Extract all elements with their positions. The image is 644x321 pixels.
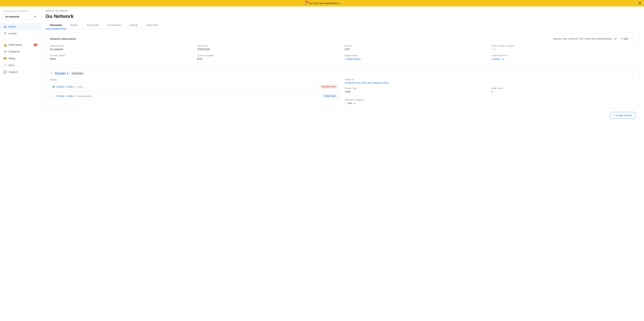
node-name-0[interactable]: Cluster 1-node-1 <box>56 85 75 88</box>
sidebar-item-docs-label: Docs <box>8 64 14 67</box>
billing-icon: 💳 <box>4 57 7 60</box>
node-sub-0: (#24) <box>78 85 83 88</box>
sidebar-item-invitations[interactable]: ✉ Invitations <box>0 48 41 55</box>
sidebar-section-label: Blockchain Network <box>0 10 41 13</box>
geth-rpc-edit-icon[interactable]: ✏ <box>354 102 355 105</box>
node-count-label: Node Count <box>492 87 635 90</box>
sidebar-item-docs[interactable]: 📄 Docs <box>0 62 41 69</box>
cluster-more-button[interactable]: ⋮ <box>632 71 635 75</box>
field-value-2: 1337 <box>344 48 488 51</box>
notification-banner-text: You have new notifications <box>308 2 338 5</box>
network-info-field-4: Currency Name Ether <box>50 54 194 60</box>
field-value-1: 276313420 <box>197 48 341 51</box>
svg-point-0 <box>5 26 6 26</box>
field-label-5: Currency Symbol <box>197 54 341 57</box>
network-info-field-7: Latest Hard Fork London - 0 <box>492 54 635 60</box>
network-info-field-3: Num of Nodes / Cluster 2 / 1 <box>492 45 635 51</box>
sidebar-item-support[interactable]: 💬 Support <box>0 69 41 75</box>
sidebar-divider <box>0 39 41 39</box>
network-info-card-title: Network Information <box>50 37 76 40</box>
notifications-icon: 🔔 <box>4 43 7 46</box>
edit-icon: ✏ <box>621 37 623 40</box>
docs-icon: 📄 <box>4 64 7 67</box>
sidebar-item-billing-label: Billing <box>8 57 15 60</box>
network-info-card-header: Network Information Network Uuid: ce3001… <box>50 36 635 41</box>
network-dropdown-label: Gu Network <box>5 15 19 18</box>
node-count-field: Node Count 2 <box>492 87 635 96</box>
edit-button[interactable]: ✏ Edit <box>619 36 630 41</box>
node-tag-1: Relay Node <box>322 94 338 98</box>
field-label-4: Currency Name <box>50 54 194 57</box>
network-uuid: Network Uuid: ce300107-7a17-465d-9a30-0d… <box>553 37 612 40</box>
notification-banner-content: 🔔 13 You have new notifications ▾ <box>304 2 340 5</box>
uuid-value: ce300107-7a17-465d-9a30-0d6a7d0f0a53 <box>568 37 612 40</box>
sidebar-item-nodes[interactable]: Nodes <box>0 23 41 30</box>
field-label-2: Chain Id <box>344 45 488 47</box>
sidebar-item-nodes-label: Nodes <box>8 25 16 28</box>
cluster-my-cluster-badge: My Cluster <box>71 72 84 75</box>
field-value-6[interactable]: 1 Organization <box>344 57 488 60</box>
network-info-field-6: Organizations 1 Organization <box>344 54 488 60</box>
cluster-nodes-label: Nodes <box>50 78 340 81</box>
sidebar-item-access[interactable]: Access <box>0 30 41 37</box>
tab-overview[interactable]: Overview <box>46 21 66 29</box>
svg-point-2 <box>6 27 7 28</box>
svg-point-1 <box>4 27 5 28</box>
field-value-5: ETH <box>197 57 341 60</box>
tab-debug[interactable]: Debug <box>125 21 142 29</box>
link-icon[interactable]: 🔗 <box>614 37 617 40</box>
tab-proposals[interactable]: Proposals <box>82 21 103 29</box>
close-banner-button[interactable]: ✕ <box>638 1 641 5</box>
network-dropdown[interactable]: Gu Network ▾ <box>3 13 38 20</box>
edit-button-label: Edit <box>624 37 628 40</box>
create-cluster-button[interactable]: + Create Cluster <box>610 112 636 119</box>
network-info-field-2: Chain Id 1337 <box>344 45 488 51</box>
cluster-status-dot <box>50 72 52 75</box>
bell-icon-wrapper: 🔔 13 <box>304 2 307 5</box>
node-tag-0: Validator Node <box>320 85 338 89</box>
node-name-1[interactable]: Cluster 1-node-2 <box>56 95 75 97</box>
sidebar-item-notifications[interactable]: 🔔 Notifications 13 <box>0 41 41 48</box>
cluster-nodes-section: Nodes Cluster 1-node-1 (#24) Validator N… <box>50 78 340 105</box>
cluster-body: Nodes Cluster 1-node-1 (#24) Validator N… <box>50 78 635 105</box>
sidebar-item-access-label: Access <box>8 32 17 35</box>
network-info-more-button[interactable]: ⋮ <box>632 37 635 41</box>
network-info-header-right: Network Uuid: ce300107-7a17-465d-9a30-0d… <box>553 36 635 41</box>
main-layout: Blockchain Network Gu Network ▾ Nodes Ac… <box>0 6 644 321</box>
breadcrumb: Network: Gu Network <box>41 6 644 13</box>
network-info-grid: Network Name Gu Network Network Id 27631… <box>50 45 635 60</box>
field-value-7[interactable]: London - 0 <box>492 57 635 60</box>
field-value-4: Ether <box>50 57 194 60</box>
sidebar-item-invitations-label: Invitations <box>8 50 20 53</box>
cluster-id-label: Cluster Id <box>345 78 635 81</box>
svg-point-5 <box>5 32 6 33</box>
network-info-field-5: Currency Symbol ETH <box>197 54 341 60</box>
tab-consortium[interactable]: Consortium <box>103 21 126 29</box>
svg-line-3 <box>4 26 5 27</box>
page-title: Gu Network <box>41 13 644 19</box>
chevron-down-icon[interactable]: ▾ <box>339 2 340 4</box>
geth-rpc-value: N/A <box>348 102 352 105</box>
tab-hardfork[interactable]: Hard Fork <box>142 21 162 29</box>
cluster-1-card: Cluster 1 My Cluster ⋮ Nodes Cluster 1-n… <box>46 68 640 108</box>
cluster-header: Cluster 1 My Cluster ⋮ <box>50 71 635 75</box>
node-status-dot-0 <box>53 86 54 88</box>
node-status-dot-1 <box>53 95 54 97</box>
cluster-type-field: Cluster Type small <box>345 87 488 96</box>
field-label-3: Num of Nodes / Cluster <box>492 45 635 47</box>
dropdown-chevron-icon: ▾ <box>34 15 36 18</box>
sidebar-item-support-label: Support <box>8 71 18 73</box>
content-area: Network: Gu Network Gu Network Overview … <box>41 6 644 321</box>
uuid-label: Network Uuid: <box>553 37 568 40</box>
sidebar-item-notifications-label: Notifications <box>8 43 22 46</box>
notifications-sidebar-badge: 13 <box>34 43 38 46</box>
invitations-icon: ✉ <box>4 50 7 53</box>
nodes-icon <box>4 25 7 28</box>
field-label-6: Organizations <box>344 54 488 57</box>
node-row-0: Cluster 1-node-1 (#24) Validator Node <box>50 83 340 91</box>
sidebar-item-billing[interactable]: 💳 Billing <box>0 55 41 62</box>
tab-nodes[interactable]: Nodes <box>66 21 82 29</box>
sidebar: Blockchain Network Gu Network ▾ Nodes Ac… <box>0 6 41 321</box>
node-count-value: 2 <box>492 90 635 93</box>
cluster-type-value: small <box>345 90 488 93</box>
